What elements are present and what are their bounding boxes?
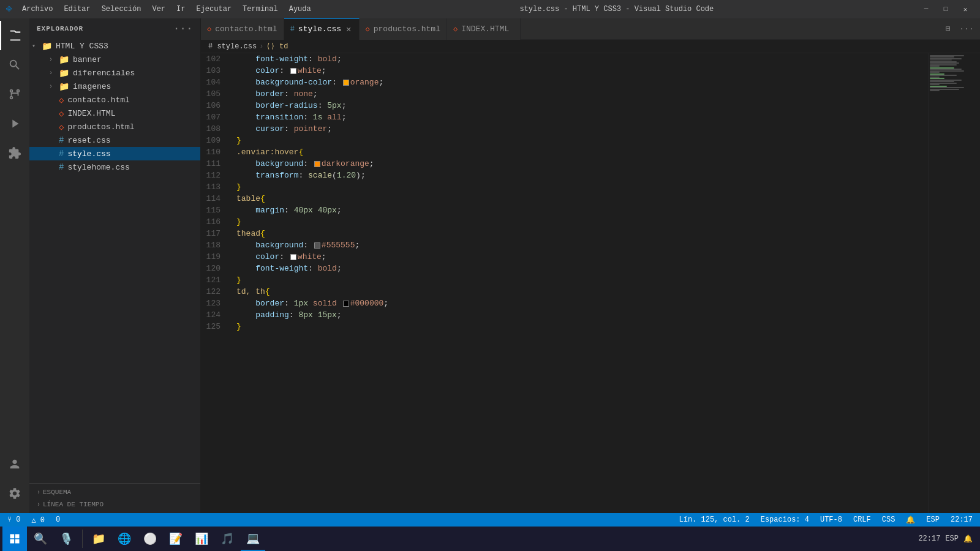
code-indent [236,53,255,65]
account-icon[interactable] [0,449,29,479]
line-num-113: 113 [201,181,227,193]
tab-bar-controls: ⊟ ··· [940,20,980,37]
tab-contacto-label: contacto.html [215,24,277,34]
taskbar-powerpoint[interactable]: 📊 [189,527,214,551]
minimap-line [930,75,957,76]
line-num-120: 120 [201,263,227,274]
file-stylehome-label: stylehome.css [67,163,200,172]
line-num-114: 114 [201,193,227,204]
code-line-109: } [236,135,928,146]
status-spaces[interactable]: Espacios: 4 [758,513,812,527]
sidebar-item-diferenciales[interactable]: › 📁 diferenciales [29,66,200,80]
sidebar-item-imagenes[interactable]: › 📁 imagenes [29,80,200,93]
status-git[interactable]: ⑂ 0 [5,513,23,527]
clock-label: 22:17 [951,515,973,524]
line-num-111: 111 [201,158,227,170]
code-line-108: cursor: pointer; [236,123,928,135]
menu-archivo[interactable]: Archivo [17,4,58,15]
status-bar: ⑂ 0 △ 0 0 Lín. 125, col. 2 Espacios: 4 U… [0,513,980,527]
breadcrumb-file[interactable]: # style.css [208,42,257,51]
menu-ayuda[interactable]: Ayuda [284,4,316,15]
menu-terminal[interactable]: Terminal [238,4,283,15]
code-line-115: margin: 40px 40px; [236,204,928,216]
menu-seleccion[interactable]: Selección [97,4,146,15]
code-line-124: padding: 8px 15px; [236,309,928,321]
search-icon[interactable] [0,50,29,80]
taskbar-word[interactable]: 📝 [164,527,188,551]
sidebar-item-productos-html[interactable]: ◇ productos.html [29,120,200,133]
status-encoding[interactable]: UTF-8 [818,513,845,527]
file-contacto-label: contacto.html [67,96,200,105]
maximize-button[interactable]: □ [937,2,954,16]
taskbar-explorer[interactable]: 📁 [86,527,111,551]
tab-index-html[interactable]: ◇ INDEX.HTML [447,18,521,40]
menu-ir[interactable]: Ir [172,4,190,15]
tab-style-css[interactable]: # style.css ✕ [284,18,360,40]
sidebar-item-root-folder[interactable]: ▾ 📁 HTML Y CSS3 [29,39,200,53]
sidebar-more-button[interactable]: ··· [173,23,193,34]
menu-ver[interactable]: Ver [147,4,170,15]
sidebar-esquema[interactable]: › ESQUEMA [29,486,200,498]
sidebar-item-reset-css[interactable]: # reset.css [29,133,200,147]
status-language[interactable]: CSS [880,513,898,527]
run-debug-icon[interactable] [0,109,29,138]
file-tree: ▾ 📁 HTML Y CSS3 › 📁 banner › 📁 diferenci… [29,39,200,483]
tab-close-button[interactable]: ✕ [345,23,352,36]
sidebar-linea-de-tiempo[interactable]: › LÍNEA DE TIEMPO [29,498,200,511]
menu-ejecutar[interactable]: Ejecutar [191,4,236,15]
explorer-icon[interactable] [0,21,29,50]
more-actions-button[interactable]: ··· [958,20,975,37]
sidebar-title: EXPLORADOR [37,25,83,32]
windows-start-button[interactable] [2,527,27,551]
tab-contacto-html[interactable]: ◇ contacto.html [201,18,284,40]
status-position[interactable]: Lín. 125, col. 2 [677,513,752,527]
minimize-button[interactable]: ─ [918,2,935,16]
code-line-119: color: white; [236,251,928,263]
code-line-120: font-weight: bold; [236,263,928,274]
settings-icon[interactable] [0,479,29,508]
sidebar-item-index-html[interactable]: ◇ INDEX.HTML [29,107,200,120]
code-content[interactable]: font-weight: bold; color: white; backgro… [232,53,928,513]
extensions-icon[interactable] [0,138,29,168]
status-bell[interactable]: 🔔 [903,513,918,527]
status-eol[interactable]: CRLF [851,513,873,527]
line-num-107: 107 [201,111,227,123]
minimap-line [930,62,959,64]
chevron-right-icon: › [37,489,40,496]
line-numbers: 102 103 104 105 106 107 108 109 110 111 … [201,53,232,513]
status-language-code[interactable]: ESP [924,513,942,527]
css-file-icon: # [59,162,64,172]
taskbar-notification[interactable]: 🔔 [963,534,973,544]
taskbar-cortana[interactable]: 🎙️ [54,527,78,551]
close-button[interactable]: ✕ [957,2,974,16]
sidebar-item-style-css[interactable]: # style.css [29,147,200,160]
taskbar-spotify[interactable]: 🎵 [215,527,239,551]
color-swatch-orange [343,80,349,86]
minimap-line [930,78,944,79]
taskbar-edge[interactable]: 🌐 [112,527,137,551]
window-title: style.css - HTML Y CSS3 - Visual Studio … [321,5,913,13]
sidebar-item-stylehome-css[interactable]: # stylehome.css [29,160,200,174]
line-num-104: 104 [201,77,227,88]
status-errors[interactable]: △ 0 [29,513,47,527]
sidebar-item-contacto-html[interactable]: ◇ contacto.html [29,93,200,107]
split-editor-button[interactable]: ⊟ [940,20,957,37]
code-editor[interactable]: 102 103 104 105 106 107 108 109 110 111 … [201,53,980,513]
menu-editar[interactable]: Editar [59,4,95,15]
sidebar-item-banner[interactable]: › 📁 banner [29,53,200,66]
taskbar-separator [82,530,83,548]
color-swatch-white2 [290,254,296,260]
code-line-114: table{ [236,193,928,204]
sidebar-bottom: › ESQUEMA › LÍNEA DE TIEMPO [29,483,200,513]
taskbar-search[interactable]: 🔍 [28,527,53,551]
line-num-112: 112 [201,170,227,181]
line-num-123: 123 [201,298,227,309]
tab-productos-html[interactable]: ◇ productos.html [360,18,447,40]
source-control-icon[interactable] [0,80,29,109]
code-line-117: thead{ [236,228,928,239]
taskbar-chrome[interactable]: ⚪ [138,527,162,551]
activity-bar-bottom [0,449,29,513]
taskbar-vscode-active[interactable]: 💻 [241,527,265,551]
breadcrumb-symbol[interactable]: ⟨⟩ td [266,42,288,51]
status-warnings[interactable]: 0 [53,513,62,527]
